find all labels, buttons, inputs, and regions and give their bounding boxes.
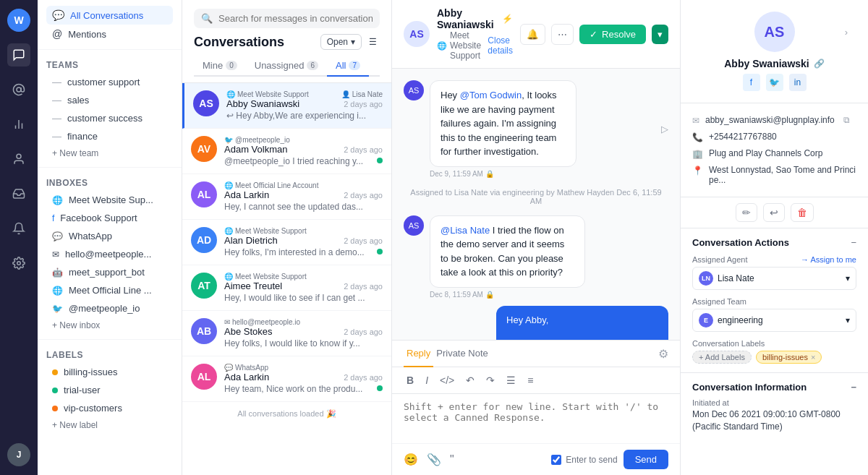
- more-options-button[interactable]: ⋯: [551, 24, 574, 45]
- team-select-dropdown[interactable]: E engineering ▾: [692, 309, 856, 332]
- sidebar-item-hello-email[interactable]: ✉ hello@meetpeople...: [46, 245, 173, 263]
- assign-me-link[interactable]: → Assign to me: [801, 255, 856, 264]
- sidebar-item-meet-support-bot[interactable]: 🤖 meet_support_bot: [46, 263, 173, 281]
- conv-item-aimee[interactable]: AT 🌐 Meet Website Support Aimee Treutel …: [182, 265, 391, 311]
- sidebar-item-finance[interactable]: — finance: [46, 127, 173, 145]
- nav-icon-settings[interactable]: [7, 252, 30, 275]
- initiated-label: Initiated at: [692, 398, 856, 407]
- sidebar-item-all-conversations[interactable]: 💬 All Conversations: [46, 6, 173, 25]
- send-button[interactable]: Send: [624, 450, 668, 469]
- nav-icon-notifications[interactable]: [7, 217, 30, 240]
- new-team-link[interactable]: + New team: [46, 145, 173, 161]
- edit-contact-button[interactable]: ✏: [736, 203, 757, 222]
- agent-select-dropdown[interactable]: LN Lisa Nate ▾: [692, 267, 856, 290]
- sidebar-item-mentions[interactable]: @ Mentions: [46, 25, 173, 43]
- collapse-conv-info-icon[interactable]: −: [851, 382, 856, 393]
- sidebar-item-customer-success[interactable]: — customer success: [46, 109, 173, 127]
- reply-settings-icon[interactable]: ⚙: [658, 347, 668, 361]
- twitter-social-icon[interactable]: 🐦: [766, 74, 783, 91]
- bold-button[interactable]: B: [404, 373, 417, 388]
- sidebar-item-billing-issues[interactable]: billing-issues: [46, 363, 173, 381]
- conv-time-alan: 2 days ago: [344, 236, 383, 245]
- mention-lisa: @Lisa Nate: [441, 225, 490, 236]
- sidebar-item-whatsapp[interactable]: 💬 WhatsApp: [46, 227, 173, 245]
- sidebar-item-meet-website-sup[interactable]: 🌐 Meet Website Sup...: [46, 191, 173, 209]
- search-input[interactable]: [218, 13, 373, 24]
- conv-item-abe[interactable]: AB ✉ hello@meetpeople.io Abe Stokes 2 da…: [182, 311, 391, 356]
- new-inbox-link[interactable]: + New inbox: [46, 317, 173, 333]
- facebook-social-icon[interactable]: f: [743, 74, 760, 91]
- redo-button[interactable]: ↷: [483, 373, 498, 388]
- resolve-button[interactable]: ✓ Resolve: [579, 25, 646, 44]
- sidebar-item-vip-customers[interactable]: vip-customers: [46, 399, 173, 417]
- conv-item-ada2[interactable]: AL 💬 WhatsApp Ada Larkin 2 days ago Hey …: [182, 356, 391, 402]
- conv-source-alan: 🌐 Meet Website Support: [224, 227, 383, 235]
- nav-icon-reports[interactable]: [7, 113, 30, 136]
- sidebar-item-customer-support[interactable]: — customer support: [46, 73, 173, 91]
- linkedin-social-icon[interactable]: in: [789, 74, 807, 91]
- copy-email-icon[interactable]: ⧉: [843, 115, 850, 125]
- team-name: engineering: [718, 315, 763, 325]
- italic-button[interactable]: I: [422, 373, 431, 388]
- team-avatar: E: [699, 313, 713, 328]
- emoji-button[interactable]: 😊: [404, 453, 418, 466]
- external-link-icon[interactable]: 🔗: [814, 59, 825, 69]
- conversation-information-section: Conversation Information − Initiated at …: [681, 373, 868, 442]
- code-button[interactable]: </>: [437, 373, 457, 388]
- new-label-link[interactable]: + New label: [46, 417, 173, 433]
- sort-filter-btn[interactable]: ☰: [366, 35, 380, 49]
- nav-icon-inbox[interactable]: [7, 182, 30, 205]
- msg-action-arrow-1[interactable]: ▷: [661, 124, 668, 134]
- conv-item-alan[interactable]: AD 🌐 Meet Website Support Alan Dietrich …: [182, 220, 391, 265]
- svg-point-5: [17, 262, 21, 265]
- svg-point-4: [17, 154, 21, 158]
- sidebar-item-trial-user[interactable]: trial-user: [46, 381, 173, 399]
- sidebar-item-facebook-support[interactable]: f Facebook Support: [46, 209, 173, 227]
- attachment-button[interactable]: 📎: [427, 453, 441, 466]
- delete-contact-button[interactable]: 🗑: [791, 203, 814, 222]
- conv-item-abby[interactable]: AS 🌐 Meet Website Support 👤 Lisa Nate Ab…: [182, 83, 391, 129]
- sidebar-item-sales[interactable]: — sales: [46, 91, 173, 109]
- bullet-list-button[interactable]: ☰: [503, 373, 519, 388]
- sidebar-item-meet-official-line[interactable]: 🌐 Meet Official Line ...: [46, 281, 173, 299]
- conv-item-ada1[interactable]: AL 🌐 Meet Official Line Account Ada Lark…: [182, 174, 391, 220]
- agent-avatar: LN: [699, 271, 713, 286]
- nav-icon-contacts[interactable]: [7, 147, 30, 171]
- nav-icon-mentions[interactable]: [7, 78, 30, 101]
- quote-button[interactable]: ": [450, 453, 454, 466]
- remove-billing-label-icon[interactable]: ×: [811, 353, 815, 361]
- reply-input[interactable]: [392, 394, 680, 441]
- close-details-link[interactable]: Close details: [488, 35, 513, 56]
- conv-content-adam: 🐦 @meetpeople_io Adam Volkman 2 days ago…: [224, 136, 383, 166]
- tab-unassigned[interactable]: Unassigned 6: [246, 56, 327, 77]
- tab-mine[interactable]: Mine 0: [194, 56, 246, 77]
- nav-icon-user-avatar[interactable]: J: [7, 443, 30, 466]
- collapse-conv-actions-icon[interactable]: −: [851, 237, 856, 248]
- mute-button[interactable]: 🔔: [520, 24, 545, 45]
- resolve-caret-button[interactable]: ▾: [652, 25, 668, 44]
- conv-content-abe: ✉ hello@meetpeople.io Abe Stokes 2 days …: [224, 318, 383, 348]
- numbered-list-button[interactable]: ≡: [524, 373, 536, 388]
- add-labels-button[interactable]: + Add Labels: [692, 351, 752, 364]
- reply-tab-private-note[interactable]: Private Note: [433, 341, 491, 367]
- conv-name-abe: Abe Stokes: [224, 326, 273, 337]
- conv-time-ada1: 2 days ago: [344, 191, 383, 200]
- msg-bubble-1: Hey @Tom Godwin, It looks like we are ha…: [430, 80, 576, 167]
- status-filter-btn[interactable]: Open ▾: [320, 34, 362, 50]
- conv-source-abby: 🌐 Meet Website Support 👤 Lisa Nate: [226, 90, 383, 98]
- trial-dot: [52, 388, 58, 393]
- expand-panel-button[interactable]: ›: [845, 27, 848, 38]
- conv-item-adam[interactable]: AV 🐦 @meetpeople_io Adam Volkman 2 days …: [182, 129, 391, 174]
- enter-to-send-checkbox[interactable]: [551, 455, 561, 465]
- tab-all[interactable]: All 7: [327, 56, 369, 77]
- conv-preview-abe: Hey folks, I would like to know if y...: [224, 338, 383, 348]
- reply-tab-reply[interactable]: Reply: [404, 341, 433, 367]
- msg-wrapper-2: AS @Lisa Nate I tried the flow on the de…: [404, 215, 668, 299]
- reply-contact-button[interactable]: ↩: [763, 203, 785, 222]
- sidebar-item-meetpeople-twitter[interactable]: 🐦 @meetpeople_io: [46, 299, 173, 317]
- contact-header: AS › Abby Swaniawski 🔗 f 🐦 in: [681, 0, 868, 103]
- nav-icon-conversations[interactable]: [7, 43, 30, 67]
- undo-button[interactable]: ↶: [463, 373, 477, 388]
- search-bar[interactable]: 🔍: [194, 9, 380, 28]
- chat-header-avatar: AS: [404, 21, 430, 47]
